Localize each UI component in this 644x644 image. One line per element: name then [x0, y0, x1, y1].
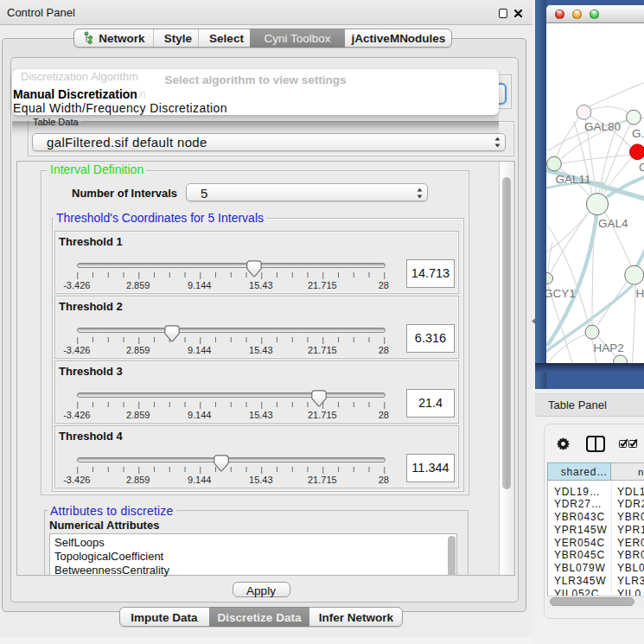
svg-text:H: H — [636, 287, 644, 300]
svg-text:GAL4: GAL4 — [598, 217, 628, 230]
svg-text:GAL11: GAL11 — [556, 173, 591, 186]
svg-text:GCY1: GCY1 — [546, 287, 576, 300]
svg-text:HAP2: HAP2 — [594, 341, 624, 354]
svg-text:G.: G. — [632, 127, 644, 140]
svg-text:C: C — [639, 161, 644, 174]
svg-text:GAL80: GAL80 — [584, 120, 621, 133]
